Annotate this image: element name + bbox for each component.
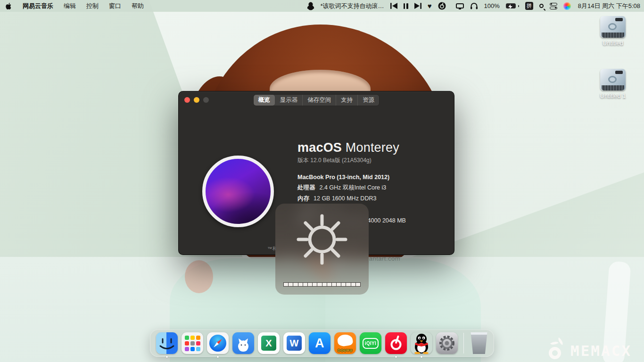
running-indicator	[421, 356, 422, 358]
dock-safari[interactable]	[207, 332, 229, 354]
brightness-hud	[275, 204, 369, 295]
gear-icon	[436, 332, 458, 354]
next-track-icon[interactable]	[414, 3, 421, 9]
tab-storage[interactable]: 储存空间	[302, 95, 336, 106]
siri-icon[interactable]	[563, 2, 571, 10]
qq-icon[interactable]	[307, 2, 314, 10]
cat-app-icon	[232, 332, 254, 354]
dock-cat-app[interactable]	[232, 332, 254, 354]
netease-music-icon[interactable]	[438, 2, 446, 10]
apple-menu[interactable]	[0, 0, 17, 12]
dock-iqiyi[interactable]: iQIYI	[360, 332, 381, 354]
pinyin-input-icon[interactable]: 拼	[525, 2, 533, 10]
dock-excel[interactable]: X	[258, 332, 280, 354]
netease-music-icon	[385, 332, 407, 354]
running-indicator	[395, 356, 397, 358]
dock-separator	[463, 333, 464, 354]
tab-support[interactable]: 支持	[336, 95, 357, 106]
running-indicator	[166, 356, 168, 358]
brightness-sun-icon	[295, 212, 349, 269]
now-playing-title[interactable]: *该歌词不支持自动滚…	[321, 2, 384, 10]
pause-icon[interactable]	[404, 3, 408, 9]
dock-douyu[interactable]: DOUYU	[334, 332, 356, 354]
menu-control[interactable]: 控制	[81, 0, 104, 12]
dock-trash[interactable]	[470, 332, 491, 354]
dock-launchpad[interactable]	[182, 332, 203, 354]
headphones-icon[interactable]	[470, 2, 478, 9]
mac-model: MacBook Pro (13-inch, Mid 2012)	[297, 174, 448, 181]
wallpaper-hair-tip	[185, 260, 213, 293]
safari-icon	[207, 332, 229, 354]
iqiyi-icon: iQIYI	[360, 332, 381, 354]
battery-percent: 100%	[484, 2, 500, 9]
desktop-disk-untitled-1[interactable]: Untitled 1	[596, 69, 630, 99]
close-button[interactable]	[184, 97, 190, 103]
heart-icon[interactable]: ♥	[428, 2, 432, 9]
zoom-button-disabled	[203, 97, 209, 103]
battery-charging-icon[interactable]	[506, 3, 519, 8]
word-icon: W	[283, 332, 305, 354]
tab-resources[interactable]: 资源	[357, 95, 379, 106]
launchpad-icon	[182, 332, 203, 354]
douyu-icon: DOUYU	[334, 332, 356, 354]
trash-icon	[470, 332, 488, 354]
disk-label: Untitled 1	[596, 92, 630, 99]
dock-system-preferences[interactable]	[436, 332, 458, 354]
hard-disk-icon	[600, 69, 626, 90]
desktop-disk-untitled[interactable]: Untitled	[596, 16, 630, 47]
dock-app-store[interactable]: A	[309, 332, 330, 354]
spec-memory: 内存12 GB 1600 MHz DDR3	[297, 195, 448, 203]
running-indicator	[217, 356, 219, 358]
screen-mirroring-icon[interactable]	[456, 3, 464, 8]
hud-brightness-segments	[283, 282, 361, 287]
tab-displays[interactable]: 显示器	[275, 95, 303, 106]
qq-icon	[411, 332, 432, 354]
minimize-button[interactable]	[194, 97, 199, 103]
dock: X W A DOUYU iQIYI	[150, 329, 494, 357]
hard-disk-icon	[600, 16, 626, 38]
disk-label: Untitled	[596, 40, 630, 47]
window-titlebar[interactable]: 概览 显示器 储存空间 支持 资源	[179, 91, 454, 108]
menu-help[interactable]: 帮助	[126, 0, 149, 12]
menu-bar: 网易云音乐 编辑 控制 窗口 帮助 *该歌词不支持自动滚… ♥	[0, 0, 644, 12]
finder-icon	[156, 332, 178, 354]
os-title: macOS Monterey	[297, 140, 448, 155]
menubar-datetime[interactable]: 8月14日 周六 下午5:08	[578, 2, 640, 10]
dock-word[interactable]: W	[283, 332, 305, 354]
dock-netease-music[interactable]	[385, 332, 407, 354]
peach-logo-icon	[549, 338, 568, 359]
menubar-app-name[interactable]: 网易云音乐	[17, 0, 58, 12]
tab-overview[interactable]: 概览	[254, 95, 275, 106]
dock-qq[interactable]	[411, 332, 432, 354]
desktop: p.deviantart.com 网易云音乐 编辑 控制 窗口 帮助 *该歌词不…	[0, 0, 644, 362]
menu-window[interactable]: 窗口	[104, 0, 126, 12]
excel-icon: X	[258, 332, 280, 354]
control-center-icon[interactable]	[550, 3, 557, 9]
watermark-text: MEMACX	[570, 342, 632, 359]
apple-icon	[5, 2, 12, 10]
app-store-icon: A	[309, 332, 330, 354]
dock-finder[interactable]	[156, 332, 178, 354]
about-tabbar: 概览 显示器 储存空间 支持 资源	[253, 94, 380, 106]
previous-track-icon[interactable]	[390, 3, 397, 9]
search-icon[interactable]	[539, 4, 544, 8]
menu-edit[interactable]: 编辑	[58, 0, 81, 12]
spec-processor: 处理器2.4 GHz 双核Intel Core i3	[297, 184, 448, 192]
os-version: 版本 12.0 Beta版 (21A5304g)	[297, 156, 448, 165]
memacx-watermark: MEMACX	[549, 338, 632, 359]
macos-monterey-logo	[202, 156, 274, 227]
